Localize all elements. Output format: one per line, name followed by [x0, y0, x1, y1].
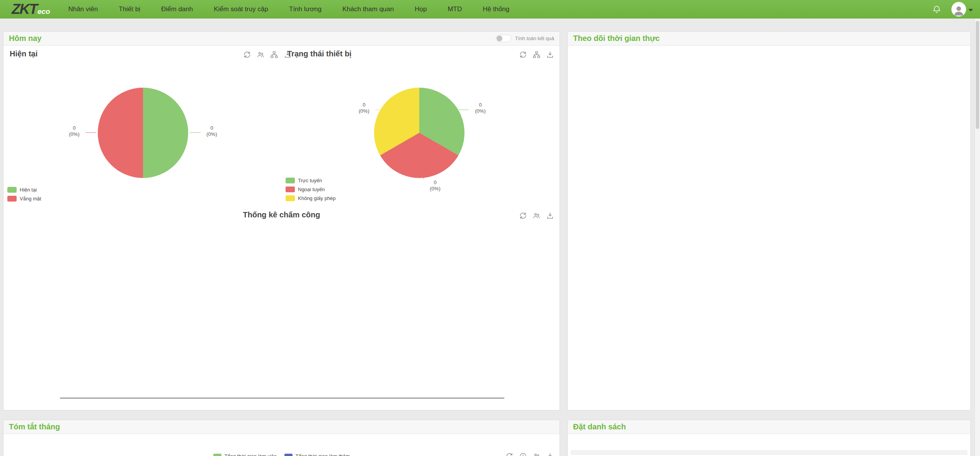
- today-panel-header: Hôm nay Tính toán kết quả: [3, 32, 560, 46]
- legend-item-total-overtime[interactable]: Tổng thời gian làm thêm: [284, 453, 350, 456]
- current-pie-chart[interactable]: [98, 88, 188, 178]
- legend-label: Vắng mặt: [20, 196, 41, 202]
- legend-label: Ngoại tuyến: [298, 186, 325, 192]
- leader-line: [459, 110, 469, 110]
- zkteco-logo[interactable]: ZKTeco: [12, 1, 50, 17]
- legend-swatch: [286, 186, 295, 192]
- calc-toggle-label: Tính toán kết quả: [515, 36, 554, 41]
- notification-bell-icon[interactable]: [932, 5, 941, 14]
- today-panel: Hôm nay Tính toán kết quả Hiện tại Trạng…: [3, 31, 560, 410]
- legend-item-total-work-time[interactable]: Tổng thời gian làm việc: [213, 453, 277, 456]
- month-summary-panel: Tóm tắt tháng Tổng thời gian làm việc Tổ…: [3, 420, 560, 456]
- sitemap-icon[interactable]: [533, 51, 541, 59]
- month-summary-toolbar: [505, 452, 554, 456]
- download-icon[interactable]: [546, 51, 554, 59]
- today-panel-title: Hôm nay: [9, 34, 41, 43]
- legend-item-present[interactable]: Hiện tại: [7, 187, 41, 193]
- legend-swatch: [284, 454, 293, 456]
- refresh-icon[interactable]: [243, 51, 251, 59]
- device-status-legend: Trực tuyến Ngoại tuyến Không giấy phép: [286, 178, 336, 204]
- leader-line: [190, 132, 201, 133]
- legend-label: Tổng thời gian làm việc: [225, 453, 277, 456]
- realtime-panel-body: [568, 46, 970, 410]
- today-panel-body: Hiện tại Trạng thái thiết bị 0(0%) 0(0%): [3, 46, 560, 410]
- menu-item-attendance[interactable]: Điểm danh: [151, 0, 203, 19]
- attendance-stats-title: Thống kê chấm công: [3, 210, 560, 219]
- realtime-panel-title: Theo dõi thời gian thực: [573, 34, 660, 43]
- x-axis-line: [60, 398, 504, 398]
- pie-label-present: 0(0%): [201, 125, 222, 138]
- device-status-pie-chart[interactable]: [374, 88, 464, 178]
- pie-label-no-license: 0(0%): [354, 102, 374, 115]
- page-scrollbar[interactable]: [975, 19, 980, 456]
- download-icon[interactable]: [546, 212, 554, 220]
- month-panel-body: Tổng thời gian làm việc Tổng thời gian l…: [3, 434, 560, 456]
- menu-item-access-control[interactable]: Kiểm soát truy cập: [203, 0, 279, 19]
- legend-item-no-license[interactable]: Không giấy phép: [286, 195, 336, 201]
- logo-eco-text: eco: [37, 7, 50, 15]
- device-status-chart-title: Trạng thái thiết bị: [287, 49, 352, 58]
- logo-zkt-text: ZKT: [12, 1, 37, 17]
- legend-swatch: [286, 178, 295, 183]
- legend-swatch: [286, 195, 295, 201]
- month-summary-legend: Tổng thời gian làm việc Tổng thời gian l…: [3, 453, 560, 456]
- realtime-panel: Theo dõi thời gian thực: [567, 31, 971, 410]
- attendance-stats-toolbar: [519, 212, 554, 220]
- navbar-right: [932, 2, 976, 17]
- refresh-icon[interactable]: [505, 452, 514, 456]
- sitemap-icon[interactable]: [270, 51, 278, 59]
- booking-panel-header: Đặt danh sách: [568, 420, 970, 434]
- legend-label: Trực tuyến: [298, 178, 322, 183]
- refresh-icon[interactable]: [519, 212, 527, 220]
- group-icon[interactable]: [257, 51, 265, 59]
- calc-toggle-wrap: Tính toán kết quả: [496, 35, 554, 42]
- group-icon[interactable]: [533, 212, 541, 220]
- top-navbar: ZKTeco Nhân viên Thiết bị Điểm danh Kiểm…: [0, 0, 980, 19]
- realtime-panel-header: Theo dõi thời gian thực: [568, 32, 970, 46]
- current-pie-legend: Hiện tại Vắng mặt: [7, 187, 41, 205]
- menu-item-devices[interactable]: Thiết bị: [108, 0, 151, 19]
- menu-item-meeting[interactable]: Họp: [404, 0, 437, 19]
- legend-label: Hiện tại: [20, 187, 37, 193]
- device-status-chart-toolbar: [519, 51, 554, 59]
- legend-item-absent[interactable]: Vắng mặt: [7, 196, 41, 202]
- avatar-dropdown-caret-icon[interactable]: [968, 9, 973, 12]
- month-panel-header: Tóm tắt tháng: [3, 420, 560, 434]
- booking-panel-body: Không: [568, 434, 970, 456]
- pie-label-offline: 0(0%): [425, 180, 446, 192]
- booking-panel-title: Đặt danh sách: [573, 422, 626, 431]
- download-icon[interactable]: [546, 452, 554, 456]
- booking-list-panel: Đặt danh sách Không: [567, 420, 971, 456]
- main-menu: Nhân viên Thiết bị Điểm danh Kiểm soát t…: [58, 0, 520, 19]
- calculate-results-toggle[interactable]: [496, 35, 511, 42]
- booking-table-header: [571, 450, 967, 455]
- toggle-knob: [497, 36, 502, 41]
- scrollbar-thumb[interactable]: [976, 21, 979, 129]
- menu-item-mtd[interactable]: MTD: [437, 0, 472, 19]
- leader-line: [85, 132, 96, 133]
- legend-swatch: [7, 196, 17, 202]
- group-icon[interactable]: [533, 452, 541, 456]
- legend-swatch: [7, 187, 17, 193]
- clock-icon[interactable]: [519, 452, 527, 456]
- month-panel-title: Tóm tắt tháng: [9, 422, 60, 431]
- current-chart-toolbar: [243, 51, 292, 59]
- pie-label-online: 0(0%): [470, 102, 491, 115]
- legend-swatch: [213, 454, 221, 456]
- pie-label-absent: 0(0%): [64, 125, 85, 138]
- leader-line: [375, 110, 385, 110]
- user-avatar[interactable]: [951, 2, 966, 17]
- menu-item-visitors[interactable]: Khách tham quan: [332, 0, 404, 19]
- legend-item-online[interactable]: Trực tuyến: [286, 178, 336, 183]
- legend-item-offline[interactable]: Ngoại tuyến: [286, 186, 336, 192]
- menu-item-payroll[interactable]: Tính lương: [279, 0, 332, 19]
- leader-line: [424, 171, 424, 179]
- menu-item-system[interactable]: Hệ thống: [472, 0, 520, 19]
- legend-label: Không giấy phép: [298, 195, 336, 201]
- refresh-icon[interactable]: [519, 51, 527, 59]
- legend-label: Tổng thời gian làm thêm: [296, 453, 350, 456]
- current-chart-title: Hiện tại: [10, 49, 37, 58]
- person-silhouette-icon: [953, 4, 965, 17]
- menu-item-employees[interactable]: Nhân viên: [58, 0, 109, 19]
